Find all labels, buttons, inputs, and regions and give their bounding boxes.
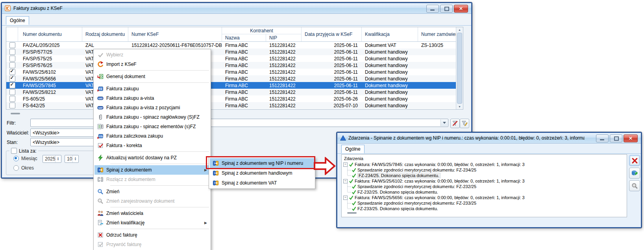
cell-numer: FA/WS/25/8212 [18,89,82,95]
events-search-button[interactable] [629,180,640,191]
collapse-icon[interactable]: − [343,179,348,183]
splitter-handle[interactable] [11,113,20,114]
events-tab-ogolne[interactable]: Ogólne [341,145,365,153]
minimize-button[interactable] [426,5,439,13]
tree-item[interactable]: Sprawdzanie zgodności merytorycznej doku… [343,200,627,206]
generate-document-icon: D [94,73,106,80]
green-check-icon [352,190,356,194]
row-checkbox[interactable] [9,49,15,55]
month-stepper[interactable]: 10 ▲▼ [65,155,79,163]
menu-item-faktura-zakupu-a-vista-z-pozycjami[interactable]: VAT Faktura zakupu a-vista z pozycjami [94,103,210,112]
spinner-arrows-icon[interactable]: ▲▼ [72,155,78,162]
minimize-button[interactable] [596,134,609,142]
row-checkbox[interactable] [9,103,15,108]
cell-kwalifikacja: Dokument handlowy [362,49,418,55]
table-row[interactable]: FA/WS/25/8212 VAT Firma ABC 1512281422 2… [6,89,456,95]
filter-builder-button[interactable] [460,119,469,128]
menu-item-spinacz-naglowkowy[interactable]: Faktura zakupu - spinacz nagłówkowy (S)F… [94,112,210,122]
row-checkbox[interactable] [9,69,15,75]
row-checkbox[interactable] [9,82,15,88]
menu-item-aktualizuj-wartosc[interactable]: Aktualizuj wartość dostawy na PZ [94,153,210,162]
menu-item-import-z-ksef[interactable]: Import z KSeF [94,60,210,69]
tree-group-header[interactable]: − Faktura: FA/WS/25/7845: czas wykonania… [343,162,627,167]
scroll-up-icon[interactable]: ▲ [456,27,463,32]
submenu-item-label: Spinaj z dokumentem handlowym [222,170,292,176]
reject-x-icon [94,232,106,238]
cell-nazwa: Firma ABC [222,89,266,95]
header-numer-ksef[interactable]: Numer KSeF [128,27,222,41]
header-kwalifikacja[interactable]: Kwalifikacja [362,27,418,41]
events-close-button[interactable] [629,155,640,166]
table-row[interactable]: FS-605/25 VAT Firma ABC 1512281422 2025-… [6,95,456,102]
menu-item-zmien[interactable]: Zmień [94,187,210,196]
maximize-button[interactable] [610,134,622,142]
header-numer-zamowienia[interactable]: Numer zamówienia [418,27,456,41]
year-stepper[interactable]: 2025 ▲▼ [43,155,61,163]
table-row[interactable]: FS/SP/577/25 VAT Firma ABC 1512281422 20… [6,49,456,55]
tree-item[interactable]: FZ-232/25. Dokonano spięcia dokumentu. [343,189,627,195]
tree-group-header[interactable]: − Faktura: FA/WS/25/5656: czas wykonania… [343,195,627,200]
header-nip[interactable]: NIP [266,34,302,41]
table-row[interactable]: FA/WS/25/6102 VAT Firma ABC 1512281422 2… [6,69,456,75]
tree-item[interactable]: Sprawdzanie zgodności merytorycznej doku… [343,184,627,189]
close-button[interactable]: ✕ [454,5,468,13]
menu-item-faktura-korekta[interactable]: Faktura - korekta [94,141,210,150]
events-splitter-handle[interactable] [347,212,357,214]
scrollbar-thumb[interactable] [457,33,462,104]
events-export-button[interactable] [629,168,640,179]
row-checkbox[interactable] [9,76,15,82]
okres-radio[interactable] [13,165,19,171]
submenu-item-spinaj-handlowym[interactable]: Spinaj z dokumentem handlowym [210,168,314,178]
clear-filter-button[interactable] [450,119,460,128]
miesiac-radio[interactable] [13,156,19,161]
collapse-icon[interactable]: − [343,196,348,200]
stan-value: <Wszystkie> [33,140,59,145]
cell-nip: 1512281422 [266,55,302,62]
tree-item[interactable]: FZ-234/25. Dokonano spięcia dokumentu. [343,173,627,178]
chevron-down-icon[interactable] [440,119,448,126]
collapse-icon[interactable]: − [343,162,348,167]
tree-group-header[interactable]: − Faktura: FA/WS/25/6102: czas wykonania… [343,178,627,184]
spinner-arrows-icon[interactable]: ▲▼ [55,155,61,162]
magnifier-icon [631,183,638,189]
maximize-button[interactable] [440,5,453,13]
row-checkbox[interactable] [9,56,15,62]
menu-item-zmien-kwalifikacje[interactable]: Zmień kwalifikację ▶ [94,218,210,228]
scroll-down-icon[interactable]: ▼ [456,104,463,109]
tree-item[interactable]: Sprawdzanie zgodności merytorycznej doku… [343,167,627,173]
table-row[interactable]: FA/WS/25/5656 VAT Firma ABC 1512281422 2… [6,75,456,82]
menu-item-faktura-zaliczkowa[interactable]: FZL Faktura zaliczkowa zakupu [94,131,210,141]
row-checkbox[interactable] [9,89,15,95]
menu-item-spinaj-z-dokumentem[interactable]: Spinaj z dokumentem ▶ [94,165,210,175]
menu-item-zmien-wlasciciela[interactable]: Zmień właściciela [94,209,210,218]
table-row-selected[interactable]: FA/WS/25/7845 VAT Firma ABC 1512281422 2… [6,82,456,89]
header-data-przyjecia[interactable]: Data przyjęcia w KSeF [302,27,362,41]
submenu-item-spinaj-vat[interactable]: Spinaj z dokumentem VAT [210,178,314,188]
menu-item-odrzuc-fakture[interactable]: Odrzuć fakturę [94,230,210,240]
table-row[interactable]: FA/SP/575/25 VAT Firma ABC 1512281422 20… [6,55,456,62]
table-row[interactable]: FS/SP/576/25 VAT Firma ABC 1512281422 20… [6,62,456,69]
row-checkbox[interactable] [9,96,15,102]
tab-ogolne[interactable]: Ogólne [6,16,29,25]
events-icon [340,135,346,141]
close-button[interactable]: ✕ [624,134,638,142]
header-nazwa[interactable]: Nazwa [222,34,266,41]
menu-item-generuj-dokument[interactable]: D Generuj dokument [94,72,210,81]
events-window-titlebar[interactable]: Zdarzenia - Spinanie z dokumentem wg NIP… [337,133,641,144]
vertical-scrollbar[interactable]: ▲ ▼ [456,27,463,109]
cell-numer: FS-642/25 [18,102,82,109]
menu-item-faktura-zakupu-a-vista[interactable]: VAT Faktura zakupu a-vista [94,93,210,103]
tree-item[interactable]: FZ-233/25. Dokonano spięcia dokumentu. [343,206,627,211]
table-row[interactable]: FS-642/25 VAT Firma ABC 1512281422 2025-… [6,102,456,109]
row-checkbox[interactable] [9,62,15,68]
table-row[interactable]: FA/ZAL/205/2025 ZAL 1512281422-20250611-… [6,42,456,49]
header-numer-dokumentu[interactable]: Numer dokumentu [18,27,82,41]
header-rodzaj-dokumentu[interactable]: Rodzaj dokumentu [82,27,128,41]
cell-data: 2025-06-11 [302,55,362,62]
lista-za-checkbox[interactable] [11,148,17,154]
menu-item-spinacz-elementow[interactable]: Faktura zakupu - spinacz elementów (s)FZ [94,122,210,131]
header-checkbox-col[interactable] [6,27,18,41]
row-checkbox[interactable] [9,42,15,48]
main-window-titlebar[interactable]: Faktury zakupu z KSeF ✕ [2,3,471,14]
menu-item-faktura-zakupu[interactable]: FZ Faktura zakupu [94,84,210,93]
